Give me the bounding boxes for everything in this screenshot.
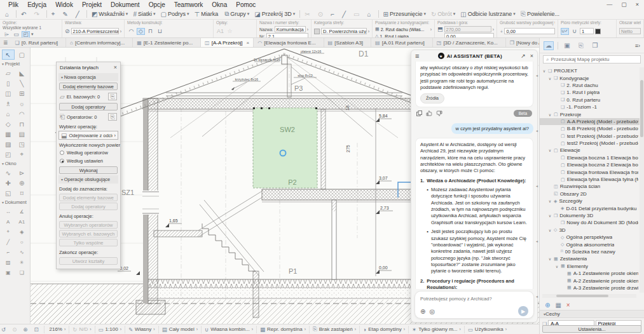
tree-chevron-icon[interactable]: ∨ [542, 69, 546, 73]
send-button[interactable]: ▶ [518, 306, 528, 316]
toolbar-button[interactable]: ⎘Powielenie... [518, 10, 563, 19]
angle-dimension-tool[interactable]: ∡ [15, 206, 28, 217]
tree-item[interactable]: ❏2. Rzut dachu [540, 82, 640, 89]
add-selected-operators-button[interactable]: Dodaj operatory [59, 203, 118, 210]
tree-item[interactable]: ▢Elewacja boczna 2 Elewacja boczna 2 (Mo… [540, 161, 640, 168]
chat-input[interactable] [420, 296, 528, 302]
tree-item[interactable]: ❐Nowy do AI Dokument 3D (Model - przebu [540, 219, 640, 226]
zoom-previous-icon[interactable]: ↺ [0, 326, 11, 333]
polyline-tool[interactable]: ⌐ [2, 247, 15, 257]
toolbar-button[interactable]: ⌐ [328, 10, 339, 19]
tree-item[interactable]: ◱Obszary 2D [540, 190, 640, 197]
toolbar-button[interactable] [16, 10, 17, 18]
worksheet-tool[interactable]: ⊕ [15, 178, 28, 188]
tree-item[interactable]: ▢B-B Przekrój (Model - przebudowanie aut… [540, 125, 640, 132]
execute-button[interactable]: Wykonaj [59, 166, 118, 174]
tree-item[interactable]: ❏0. Rzut parteru [540, 97, 640, 104]
lamp-tool[interactable]: ☼ [15, 98, 28, 109]
label-tool[interactable]: A1 [15, 217, 28, 227]
cancel-operators-button[interactable]: Wybranych operatorów [59, 221, 118, 229]
toolbar-button[interactable]: ▭ [351, 10, 364, 19]
toolbox-section-okno[interactable]: Okno [0, 159, 30, 168]
tree-item[interactable]: ▦A-1 Zestawienie proste okien [540, 270, 640, 277]
zoom-next-icon[interactable]: ⊙ [11, 326, 22, 333]
document-tab[interactable]: ▦[E-1 Zestawienie po... [133, 38, 201, 47]
toolbar-button[interactable]: ✂ [302, 10, 315, 19]
model-view[interactable]: ▦Repr. domyślna› [256, 326, 309, 333]
tree-item[interactable]: ∨▦Zestawienia [540, 255, 640, 262]
tree-item[interactable]: ▦A-3 Zestawienie proste drzwi [540, 284, 640, 291]
search-input[interactable] [551, 57, 638, 62]
wall-tool[interactable]: ▱ [2, 68, 15, 78]
show-operators-icon[interactable]: ⎘ [108, 113, 117, 121]
toolbar-button[interactable] [299, 10, 300, 18]
renovation-filter[interactable]: ◑Etap domyślny› [359, 326, 408, 333]
tree-item[interactable]: ▢Elewacja frontowa Elewacja frontowa (Mo [540, 168, 640, 175]
document-tab[interactable]: ▤[A.01 Rzut parteru] [371, 38, 433, 47]
detail-tool[interactable]: ◱ [2, 188, 15, 198]
image-tool[interactable]: ▣ [2, 267, 15, 277]
elevation-tool[interactable]: ⊳ [15, 168, 28, 178]
delete-icon[interactable]: × [566, 302, 570, 309]
zone-category-select[interactable]: D. Powierzchnia użytko... [321, 28, 367, 34]
pen-set[interactable]: ✎Własny› [125, 326, 158, 333]
shell-tool[interactable]: ◠ [15, 109, 28, 119]
tree-chevron-icon[interactable]: ∨ [548, 76, 552, 81]
add-viewpoint-icon[interactable]: ⊕ [545, 302, 550, 309]
radio-by-settings[interactable]: Według ustawień [57, 157, 120, 165]
copy-icon[interactable] [416, 110, 422, 116]
toolbox-section-dokument[interactable]: Dokument [0, 198, 30, 206]
structure-display[interactable]: ▤Cały model› [158, 326, 201, 333]
toolbar-button[interactable]: ⌖ [49, 10, 60, 19]
tree-item[interactable]: ◈D-01 Detal przyziemia budynku (Rysunek:… [540, 204, 640, 211]
pen-icon[interactable]: ∪ [570, 28, 579, 35]
document-tab[interactable]: ⌂[Centrum informacyj... [66, 38, 133, 47]
layer-select[interactable]: 210-A Pomieszczenia [71, 28, 119, 34]
tree-chevron-icon[interactable]: ∨ [548, 112, 552, 117]
more-arrow-icon[interactable]: ▾ [31, 32, 34, 37]
tree-chevron-icon[interactable]: ∨ [548, 148, 552, 152]
marker-tool[interactable]: ⌖ [2, 227, 15, 237]
document-tab[interactable]: ❏[0. Rzut parteru] [11, 38, 67, 47]
section-new-operation[interactable]: Nowa operacja [58, 73, 118, 81]
tree-item[interactable]: ▢test Przekrój (Model - przebudowanie au… [540, 133, 640, 140]
toolbar-button[interactable]: ⊞Przesunięcie▾ [381, 10, 428, 19]
layer-combination[interactable]: ∪Własna kombin...› [201, 326, 256, 333]
zone-name-input[interactable]: Komunikacja [275, 26, 306, 32]
web-search-icon[interactable]: ◎ [429, 308, 435, 315]
fit-in-window-icon[interactable]: ⊡ [32, 326, 43, 333]
menu-item[interactable]: Widok [51, 1, 78, 8]
section-tool[interactable]: ∿ [2, 168, 15, 178]
toolbar-button[interactable]: ◩Wskaźniki▾ [89, 10, 130, 19]
tree-item[interactable]: ▢Elewacja boczna 1 Elewacja boczna 1 (Mo… [540, 154, 640, 161]
camera-tool[interactable]: ⌑ [15, 188, 28, 198]
tree-item[interactable]: ∨▢Elewacje [540, 147, 640, 154]
column-2-tool[interactable]: ⌖ [15, 149, 28, 159]
ai-close-icon[interactable]: × [530, 53, 533, 59]
railing-tool[interactable]: ▤ [15, 129, 28, 139]
mesh-tool[interactable]: ▨ [2, 139, 15, 149]
tree-chevron-icon[interactable]: ∨ [548, 213, 552, 218]
construction-method-3-icon[interactable]: ⊓ [146, 28, 154, 35]
slab-tool[interactable]: ◣ [15, 68, 28, 78]
menu-item[interactable]: Projekt [78, 1, 106, 8]
toolbar-button[interactable]: ⌂ [3, 10, 14, 19]
section-helper-operations[interactable]: Operacje obsługujące [58, 175, 118, 184]
object-tool[interactable]: ♗ [2, 98, 15, 109]
tree-item[interactable]: ◫Rozwinięcia ścian [540, 183, 640, 190]
tree-item[interactable]: ◇Ogólna aksonometria [540, 241, 640, 248]
toolbar-button[interactable] [86, 10, 87, 18]
floor-thickness-input[interactable]: 0,00 [504, 28, 555, 34]
top-offset-input[interactable]: 270,00 [444, 26, 491, 32]
pen-color-chip[interactable] [595, 29, 601, 34]
tab-overview-icon[interactable]: ≣ [0, 38, 11, 47]
construction-method-2-icon[interactable]: ◇ [137, 28, 145, 35]
dimension-tool[interactable]: ↔ [2, 206, 15, 217]
scale[interactable]: ▭1:100› [95, 326, 125, 333]
zone-number-input[interactable]: 2.1 [266, 33, 308, 37]
line-tool[interactable]: ╱ [2, 237, 15, 247]
menu-item[interactable]: Plik [4, 1, 23, 8]
toolbar-button[interactable]: ↶ [18, 10, 31, 19]
settings-button[interactable]: Ustawienia... [542, 325, 641, 333]
opening-tool[interactable]: ◳ [15, 139, 28, 149]
